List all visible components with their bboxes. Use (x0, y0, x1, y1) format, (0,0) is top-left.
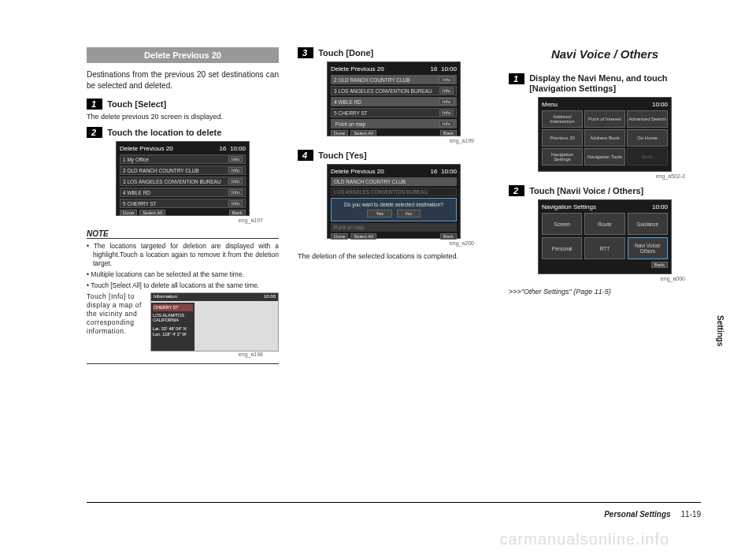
select-all-button[interactable]: Select All (350, 130, 376, 136)
row-num: 2 (123, 168, 126, 173)
shot-count: 16 (431, 65, 438, 73)
shot-title: Delete Previous 20 (331, 168, 384, 175)
row-label: Point on map (335, 121, 365, 127)
back-button[interactable]: Back (229, 210, 246, 216)
shot-title: Delete Previous 20 (331, 65, 384, 73)
manual-page: Delete Previous 20 Destinations from the… (0, 0, 756, 388)
info-button[interactable]: Info (439, 121, 454, 127)
step-label: Touch the location to delete (107, 128, 221, 137)
step-1: 1 Display the Navi Menu, and touch [Navi… (509, 73, 701, 94)
back-button[interactable]: Back (440, 233, 457, 240)
info-button[interactable]: Info (228, 156, 243, 162)
menu-navtools[interactable]: Navigation Tools (584, 148, 625, 166)
done-button[interactable]: Done (120, 210, 137, 216)
yes-button[interactable]: Yes (367, 210, 392, 218)
info-button[interactable]: Info (228, 200, 243, 206)
caption: eng_a199 (298, 138, 490, 143)
done-button[interactable]: Done (331, 233, 348, 240)
row-label: OLD RANCH COUNTRY CLUB (338, 77, 410, 83)
select-all-button[interactable]: Select All (350, 233, 376, 240)
side-tab: Settings (716, 315, 724, 346)
settings-route[interactable]: Route (584, 213, 624, 235)
map-time: 10:00 (264, 294, 276, 300)
menu-back[interactable]: Back (627, 148, 668, 166)
step-number: 3 (298, 47, 313, 58)
menu-poi[interactable]: Point of Interest (584, 110, 625, 128)
column-2: 3 Touch [Done] Delete Previous 20 16 10:… (298, 47, 490, 364)
step-4: 4 Touch [Yes] (298, 150, 490, 161)
row-label: CHERRY ST (127, 201, 156, 206)
map-lat: Lat. 33° 48' 04" N (153, 326, 193, 332)
menu-previous[interactable]: Previous 20 (542, 129, 583, 147)
column-3: Navi Voice / Others 1 Display the Navi M… (509, 47, 701, 364)
settings-guidance[interactable]: Guidance (628, 213, 668, 235)
row-num: 1 (123, 157, 126, 162)
back-button[interactable]: Back (440, 130, 457, 136)
row-label: LOS ANGELES CONVENTION BUREAU (127, 179, 220, 184)
shot-time: 10:00 (441, 168, 457, 175)
step-label: Touch [Yes] (318, 151, 367, 160)
row-num: 4 (334, 99, 337, 105)
footer: Personal Settings 11-19 (604, 510, 701, 519)
caption: eng_a200 (298, 240, 490, 246)
info-button[interactable]: Info (439, 87, 454, 94)
info-button[interactable]: Info (439, 99, 454, 105)
row-label: Point on map (334, 225, 364, 230)
row-label: WBLE RD (127, 190, 150, 195)
info-button[interactable]: Info (228, 167, 243, 173)
screenshot-done: Delete Previous 20 16 10:00 2 OLD RANCH … (327, 61, 461, 136)
map-loc: CHERRY ST (153, 304, 193, 311)
step-label: Display the Navi Menu, and touch [Naviga… (529, 73, 701, 94)
step-label: Touch [Select] (107, 99, 166, 109)
step-label: Touch [Done] (318, 48, 373, 58)
menu-gohome[interactable]: Go Home (627, 129, 668, 147)
settings-screen[interactable]: Screen (542, 213, 582, 235)
shot-time: 10:00 (230, 145, 246, 152)
row-num: 3 (334, 88, 337, 94)
menu-address[interactable]: Address/ Intersection (542, 110, 583, 128)
screenshot-menu: Menu 10:00 Address/ Intersection Point o… (538, 97, 672, 172)
step-number: 2 (87, 127, 102, 138)
menu-addressbook[interactable]: Address Book (584, 129, 625, 147)
settings-voice-others[interactable]: Navi Voice/ Others (628, 237, 668, 259)
step-number: 4 (298, 150, 313, 161)
caption: eng_a006 (509, 276, 701, 281)
step-2: 2 Touch the location to delete (87, 127, 279, 138)
step-1: 1 Touch [Select] (87, 99, 279, 110)
back-button[interactable]: Back (651, 262, 668, 268)
screenshot-confirm: Delete Previous 20 16 10:00 OLD RANCH CO… (327, 164, 461, 239)
select-all-button[interactable]: Select All (139, 210, 165, 216)
info-button[interactable]: Info (439, 76, 454, 83)
map-city: LOS ALAMITOS CALIFORNIA (153, 313, 193, 323)
step-1-sub: The delete previous 20 screen is display… (87, 113, 279, 121)
intro-text: Destinations from the previous 20 set de… (87, 69, 279, 91)
settings-rtt[interactable]: RTT (584, 237, 624, 259)
done-button[interactable]: Done (331, 130, 348, 136)
row-label: OLD RANCH COUNTRY CLUB (334, 179, 406, 184)
screenshot-delete-list: Delete Previous 20 16 10:00 1 My OfficeI… (116, 141, 250, 216)
note-item: Touch [Select All] to delete all locatio… (87, 281, 279, 290)
menu-navsettings[interactable]: Navigation Settings (542, 148, 583, 166)
watermark: carmanualsonline.info (499, 530, 669, 549)
dialog-text: Do you want to delete selected destinati… (335, 202, 453, 207)
settings-personal[interactable]: Personal (542, 237, 582, 259)
cross-reference: >>>"Other Settings" (Page 11-5) (509, 288, 701, 296)
shot-title: Navigation Settings (542, 203, 596, 210)
shot-title: Delete Previous 20 (120, 145, 173, 152)
caption: eng_a502-2 (509, 173, 701, 179)
no-button[interactable]: No (397, 210, 421, 218)
menu-advanced[interactable]: Advanced Search (627, 110, 668, 128)
divider (87, 363, 279, 364)
row-label: LOS ANGELES CONVENTION BUREAU (338, 88, 432, 94)
info-button[interactable]: Info (228, 189, 243, 195)
info-button[interactable]: Info (439, 110, 454, 116)
footer-divider (87, 502, 701, 503)
map-lon: Lon. 118° 4' 2" W (153, 332, 193, 337)
column-1: Delete Previous 20 Destinations from the… (87, 47, 279, 364)
section-title-bar: Delete Previous 20 (87, 47, 279, 63)
step-3: 3 Touch [Done] (298, 47, 490, 58)
map-title: Information (154, 294, 177, 300)
shot-time: 10:00 (652, 101, 668, 108)
info-button[interactable]: Info (228, 178, 243, 184)
row-num: 5 (334, 110, 337, 116)
